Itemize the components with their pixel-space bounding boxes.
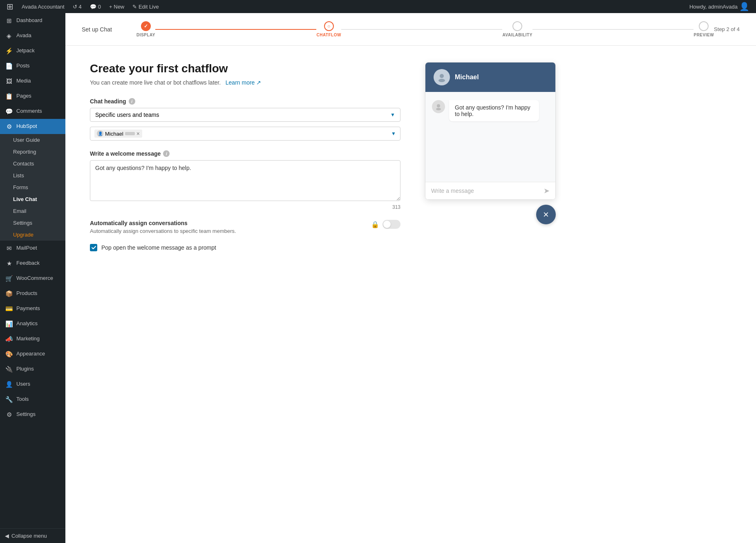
chat-close-button[interactable]: × bbox=[536, 205, 556, 224]
submenu-lists[interactable]: Lists bbox=[0, 170, 65, 181]
tag-remove-button[interactable]: × bbox=[136, 130, 140, 137]
edit-live-link[interactable]: ✎ Edit Live bbox=[129, 0, 162, 13]
sidebar-item-analytics[interactable]: 📊 Analytics bbox=[0, 316, 65, 331]
woocommerce-icon: 🛒 bbox=[5, 274, 13, 283]
submenu-upgrade[interactable]: Upgrade bbox=[0, 229, 65, 241]
step-line-2 bbox=[341, 29, 503, 30]
chat-preview-section: Michael Got any questions? I'm h bbox=[425, 62, 556, 251]
sidebar-item-woocommerce[interactable]: 🛒 WooCommerce bbox=[0, 271, 65, 286]
step-circle-availability bbox=[512, 21, 522, 31]
plugins-icon: 🔌 bbox=[5, 365, 13, 373]
submenu-forms[interactable]: Forms bbox=[0, 181, 65, 193]
chat-heading-info-icon: i bbox=[129, 98, 135, 105]
submenu-contacts[interactable]: Contacts bbox=[0, 158, 65, 170]
step-circle-chatflow: ○ bbox=[324, 21, 334, 31]
checkmark-icon bbox=[92, 246, 96, 249]
sidebar-item-plugins[interactable]: 🔌 Plugins bbox=[0, 362, 65, 377]
welcome-message-info-icon: i bbox=[163, 150, 170, 157]
sidebar-item-appearance[interactable]: 🎨 Appearance bbox=[0, 346, 65, 362]
chat-agent-avatar bbox=[434, 69, 450, 85]
sidebar-item-label: Analytics bbox=[16, 320, 38, 327]
sidebar-item-jetpack[interactable]: ⚡ Jetpack bbox=[0, 43, 65, 58]
send-icon[interactable]: ➤ bbox=[544, 186, 550, 195]
char-count: 313 bbox=[90, 204, 400, 210]
sidebar-item-comments[interactable]: 💬 Comments bbox=[0, 104, 65, 119]
sidebar-item-hubspot[interactable]: ⚙ HubSpot bbox=[0, 119, 65, 134]
sidebar-item-label: Products bbox=[16, 290, 37, 297]
collapse-menu-button[interactable]: ◀ Collapse menu bbox=[0, 528, 65, 543]
submenu-reporting[interactable]: Reporting bbox=[0, 146, 65, 158]
sidebar: ⊞ Dashboard ◈ Avada ⚡ Jetpack 📄 Posts 🖼 … bbox=[0, 13, 65, 543]
step-label-display: DISPLAY bbox=[136, 33, 155, 37]
step-chatflow[interactable]: ○ CHATFLOW bbox=[316, 21, 341, 37]
svg-point-0 bbox=[440, 74, 444, 78]
sidebar-item-products[interactable]: 📦 Products bbox=[0, 286, 65, 301]
sidebar-item-label: Settings bbox=[16, 411, 36, 418]
assign-toggle[interactable] bbox=[382, 220, 400, 229]
chat-heading-dropdown[interactable]: Specific users and teams ▼ bbox=[90, 108, 400, 122]
submenu-email[interactable]: Email bbox=[0, 205, 65, 217]
sidebar-item-mailpoet[interactable]: ✉ MailPoet bbox=[0, 241, 65, 256]
chat-agent-name: Michael bbox=[455, 74, 479, 81]
site-name-label: Avada Accountant bbox=[22, 4, 65, 10]
marketing-icon: 📣 bbox=[5, 335, 13, 343]
submenu-live-chat[interactable]: Live Chat bbox=[0, 193, 65, 205]
chat-heading-value: Specific users and teams bbox=[95, 112, 159, 118]
site-name-link[interactable]: Avada Accountant bbox=[18, 0, 68, 13]
step-display[interactable]: ✓ DISPLAY bbox=[136, 21, 155, 37]
sidebar-item-label: Avada bbox=[16, 32, 31, 39]
chat-heading-label: Chat heading i bbox=[90, 98, 400, 105]
sidebar-item-settings[interactable]: ⚙ Settings bbox=[0, 407, 65, 422]
media-icon: 🖼 bbox=[5, 77, 13, 85]
sidebar-item-label: Marketing bbox=[16, 335, 40, 342]
chat-body: Got any questions? I'm happy to help. bbox=[425, 92, 555, 182]
settings-icon: ⚙ bbox=[5, 410, 13, 419]
chat-header: Michael bbox=[425, 63, 555, 92]
sidebar-item-avada[interactable]: ◈ Avada bbox=[0, 28, 65, 43]
tag-avatar-icon: 👤 bbox=[97, 130, 103, 137]
sidebar-item-label: WooCommerce bbox=[16, 275, 53, 282]
welcome-prompt-checkbox[interactable] bbox=[90, 244, 97, 251]
updates-link[interactable]: ↺ 4 bbox=[69, 0, 85, 13]
sidebar-item-marketing[interactable]: 📣 Marketing bbox=[0, 331, 65, 346]
sidebar-item-posts[interactable]: 📄 Posts bbox=[0, 58, 65, 74]
collapse-label: Collapse menu bbox=[11, 533, 47, 539]
feedback-icon: ★ bbox=[5, 259, 13, 268]
main-content: Set up Chat ✓ DISPLAY ○ CHATFLOW AVAILAB… bbox=[65, 13, 756, 543]
sidebar-item-label: Dashboard bbox=[16, 17, 42, 24]
new-link[interactable]: + New bbox=[106, 0, 127, 13]
step-preview[interactable]: PREVIEW bbox=[693, 21, 714, 37]
svg-point-2 bbox=[437, 104, 440, 107]
step-label-availability: AVAILABILITY bbox=[502, 33, 532, 37]
step-circle-display: ✓ bbox=[141, 21, 151, 31]
submenu-user-guide[interactable]: User Guide bbox=[0, 134, 65, 146]
step-availability[interactable]: AVAILABILITY bbox=[502, 21, 532, 37]
content-area: Create your first chatflow You can creat… bbox=[65, 46, 756, 268]
tagged-users-input[interactable]: 👤 Michael × ▼ bbox=[90, 127, 400, 141]
sidebar-item-pages[interactable]: 📋 Pages bbox=[0, 89, 65, 104]
comments-link[interactable]: 💬 0 bbox=[87, 0, 104, 13]
welcome-message-textarea[interactable]: Got any questions? I'm happy to help. bbox=[90, 160, 400, 201]
setup-header: Set up Chat ✓ DISPLAY ○ CHATFLOW AVAILAB… bbox=[65, 13, 756, 46]
sidebar-item-dashboard[interactable]: ⊞ Dashboard bbox=[0, 13, 65, 28]
sidebar-item-payments[interactable]: 💳 Payments bbox=[0, 301, 65, 316]
step-line-3 bbox=[532, 29, 694, 30]
sidebar-item-tools[interactable]: 🔧 Tools bbox=[0, 392, 65, 407]
sidebar-item-label: Media bbox=[16, 77, 31, 85]
submenu-settings[interactable]: Settings bbox=[0, 217, 65, 229]
dashboard-icon: ⊞ bbox=[5, 16, 13, 25]
learn-more-link[interactable]: Learn more ↗ bbox=[224, 79, 261, 86]
sidebar-item-media[interactable]: 🖼 Media bbox=[0, 74, 65, 89]
admin-avatar-icon: 👤 bbox=[739, 2, 749, 11]
howdy-text: Howdy, adminAvada bbox=[689, 4, 738, 10]
sidebar-item-label: MailPoet bbox=[16, 244, 37, 252]
welcome-message-label: Write a welcome message i bbox=[90, 150, 400, 157]
wp-logo-icon[interactable]: ⊞ bbox=[3, 2, 17, 11]
updates-icon: ↺ bbox=[73, 4, 77, 10]
admin-bar: ⊞ Avada Accountant ↺ 4 💬 0 + New ✎ Edit … bbox=[0, 0, 756, 13]
sidebar-item-feedback[interactable]: ★ Feedback bbox=[0, 256, 65, 271]
sidebar-item-users[interactable]: 👤 Users bbox=[0, 377, 65, 392]
sidebar-item-label: Payments bbox=[16, 305, 40, 312]
howdy-link[interactable]: Howdy, adminAvada 👤 bbox=[686, 0, 753, 13]
chat-input-placeholder[interactable]: Write a message bbox=[431, 188, 540, 194]
